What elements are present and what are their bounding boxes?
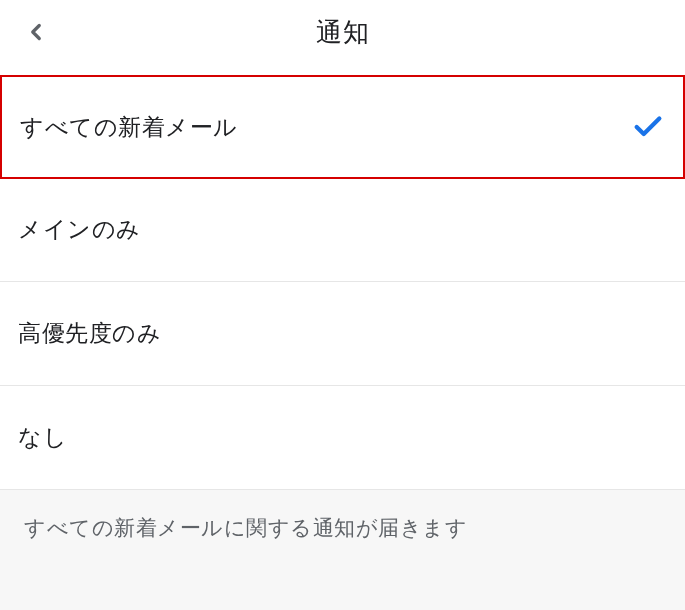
option-high-priority-only[interactable]: 高優先度のみ: [0, 282, 685, 386]
page-title: 通知: [316, 15, 370, 50]
option-label: すべての新着メール: [20, 112, 238, 143]
checkmark-icon: [631, 110, 665, 144]
option-label: メインのみ: [18, 214, 141, 245]
options-list: すべての新着メール メインのみ 高優先度のみ なし: [0, 75, 685, 490]
chevron-left-icon: [23, 19, 49, 45]
back-button[interactable]: [16, 12, 56, 52]
option-label: 高優先度のみ: [18, 318, 161, 349]
header: 通知: [0, 0, 685, 64]
option-all-new-mail[interactable]: すべての新着メール: [0, 75, 685, 179]
option-label: なし: [18, 422, 67, 453]
description-text: すべての新着メールに関する通知が届きます: [0, 490, 685, 610]
option-primary-only[interactable]: メインのみ: [0, 178, 685, 282]
option-none[interactable]: なし: [0, 386, 685, 490]
